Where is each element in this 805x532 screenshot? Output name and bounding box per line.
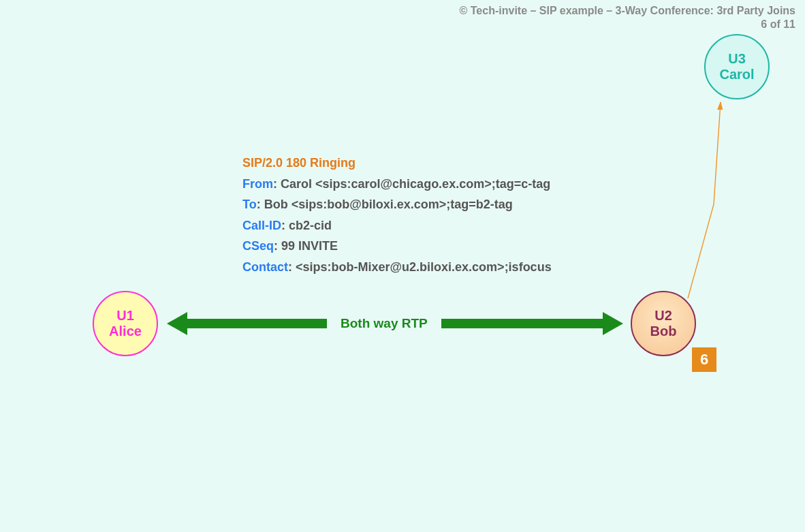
sip-from-val: : Carol <sips:carol@chicago.ex.com>;tag=… [273,177,550,191]
node-u1-name: Alice [109,324,142,339]
sip-cseq-key: CSeq [242,239,274,253]
sip-from-key: From [242,177,273,191]
sip-callid-val: : cb2-cid [281,219,332,232]
sip-header-callid: Call-ID: cb2-cid [242,215,552,236]
sip-message: SIP/2.0 180 Ringing From: Carol <sips:ca… [242,153,552,278]
diagram-header: © Tech-invite – SIP example – 3-Way Conf… [460,4,795,31]
rtp-arrowhead-right-icon [603,312,623,335]
rtp-label-wrap: Both way RTP [327,313,441,334]
sip-status-line: SIP/2.0 180 Ringing [242,153,552,174]
step-number: 6 [700,351,708,369]
sip-header-to: To: Bob <sips:bob@biloxi.ex.com>;tag=b2-… [242,194,552,215]
node-u2-bob: U2 Bob [631,291,696,356]
node-u2-id: U2 [654,308,672,324]
node-u3-name: Carol [719,67,754,82]
step-badge: 6 [692,347,716,372]
rtp-arrowhead-left-icon [167,312,187,335]
sip-contact-val: : <sips:bob-Mixer@u2.biloxi.ex.com>;isfo… [288,260,552,274]
sip-to-key: To [242,198,257,211]
sip-callid-key: Call-ID [242,219,281,232]
sip-header-from: From: Carol <sips:carol@chicago.ex.com>;… [242,174,552,195]
sip-header-contact: Contact: <sips:bob-Mixer@u2.biloxi.ex.co… [242,257,552,278]
sip-cseq-val: : 99 INVITE [274,239,338,253]
node-u1-alice: U1 Alice [93,291,158,356]
node-u3-carol: U3 Carol [704,34,770,99]
node-u1-id: U1 [116,308,134,324]
sip-to-val: : Bob <sips:bob@biloxi.ex.com>;tag=b2-ta… [257,198,513,211]
sip-header-cseq: CSeq: 99 INVITE [242,236,552,257]
node-u2-name: Bob [650,324,677,339]
rtp-label: Both way RTP [341,316,428,331]
diagram-title: © Tech-invite – SIP example – 3-Way Conf… [460,5,795,16]
sip-contact-key: Contact [242,260,288,274]
node-u3-id: U3 [728,51,746,67]
page-indicator: 6 of 11 [460,18,795,31]
